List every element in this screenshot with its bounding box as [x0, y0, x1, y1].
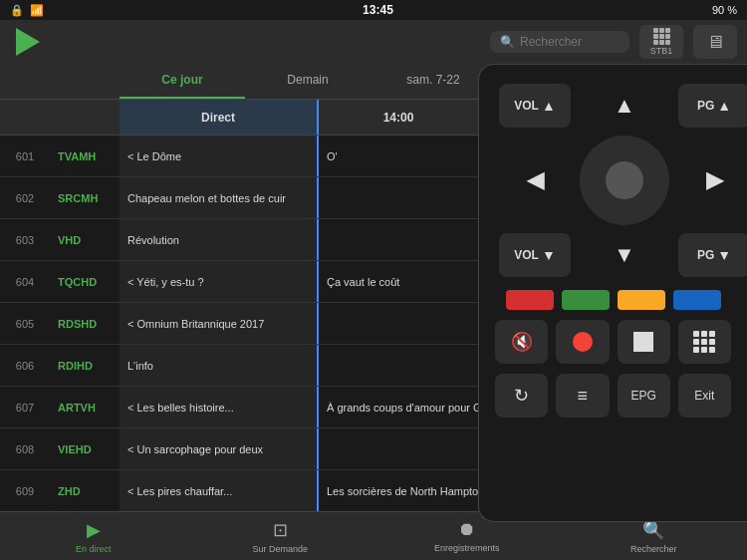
channel-14-program: [319, 219, 478, 260]
dpad-inner: [606, 161, 643, 199]
tab-recordings[interactable]: ⏺ Enregistrements: [374, 519, 561, 553]
channel-name: TVAMH: [50, 136, 120, 176]
vol-down-button[interactable]: VOL ▼: [499, 233, 571, 277]
menu-icon: ≡: [578, 386, 589, 407]
channel-14-program: [319, 177, 478, 218]
hdr-t14: 14:00: [319, 100, 478, 135]
channel-direct-program: < Yéti, y es-tu ?: [120, 261, 319, 302]
search-box[interactable]: 🔍: [490, 31, 629, 53]
status-right: 90 %: [712, 4, 737, 16]
keypad-button[interactable]: [678, 320, 731, 364]
channel-direct-program: < Un sarcophage pour deux: [120, 428, 319, 469]
green-button[interactable]: [562, 290, 610, 310]
vod-icon: ⊡: [273, 519, 288, 541]
keypad-icon: [693, 331, 715, 353]
mute-icon: 🔇: [511, 331, 533, 353]
stb-button[interactable]: STB1: [639, 25, 683, 59]
channel-name: RDSHD: [50, 303, 120, 344]
direct-label: En direct: [76, 544, 112, 554]
day-tab-tomorrow[interactable]: Demain: [245, 64, 371, 99]
menu-button[interactable]: ≡: [556, 374, 609, 418]
pg-up-arrow: ▲: [717, 98, 731, 114]
day-tab-spacer: [0, 64, 120, 99]
channel-14-program: [319, 345, 478, 386]
up-arrow-icon: ▲: [614, 93, 635, 119]
channel-direct-program: L'info: [120, 345, 319, 386]
yellow-button[interactable]: [618, 290, 665, 310]
refresh-button[interactable]: ↻: [495, 374, 548, 418]
status-bar: 🔒 📶 13:45 90 %: [0, 0, 747, 20]
exit-button[interactable]: Exit: [678, 374, 731, 418]
channel-name: ARTVH: [50, 387, 120, 427]
func-buttons-row: ↻ ≡ EPG Exit: [495, 374, 731, 418]
dpad-center[interactable]: [580, 136, 669, 225]
vol-down-arrow: ▼: [542, 247, 556, 263]
channel-name: SRCMH: [50, 177, 120, 218]
vol-up-button[interactable]: VOL ▲: [499, 84, 571, 128]
channel-14-program: [319, 303, 478, 344]
channel-number: 601: [0, 136, 50, 176]
right-button[interactable]: ▶: [689, 158, 739, 202]
refresh-icon: ↻: [514, 385, 529, 407]
channel-number: 608: [0, 428, 50, 469]
stb-label: STB1: [650, 46, 673, 56]
day-tab-today[interactable]: Ce jour: [120, 64, 245, 99]
mute-button[interactable]: 🔇: [495, 320, 548, 364]
channel-name: ZHD: [50, 470, 120, 511]
pg-down-arrow: ▼: [717, 247, 731, 263]
channel-direct-program: < Les belles histoire...: [120, 387, 319, 427]
channel-number: 607: [0, 387, 50, 427]
vod-label: Sur Demande: [252, 544, 308, 554]
channel-number: 604: [0, 261, 50, 302]
top-bar: 🔍 STB1 🖥: [0, 20, 747, 64]
app-logo: [10, 24, 46, 60]
search-label: Rechercher: [630, 544, 677, 554]
vol-down-label: VOL: [514, 248, 539, 262]
monitor-button[interactable]: 🖥: [693, 25, 737, 59]
exit-label: Exit: [694, 389, 714, 403]
epg-button[interactable]: EPG: [618, 374, 670, 418]
pg-up-button[interactable]: PG ▲: [678, 84, 747, 128]
channel-number: 606: [0, 345, 50, 386]
red-button[interactable]: [506, 290, 554, 310]
record-button[interactable]: [556, 320, 609, 364]
channel-14-program: Les sorcières de North Hampton: [319, 470, 478, 511]
channel-number: 605: [0, 303, 50, 344]
status-time: 13:45: [363, 3, 393, 17]
channel-number: 609: [0, 470, 50, 511]
stop-icon: [633, 332, 653, 352]
channel-name: RDIHD: [50, 345, 120, 386]
lock-icon: 🔒: [10, 4, 24, 17]
channel-direct-program: < Les pires chauffar...: [120, 470, 319, 511]
channel-14-program: À grands coups d'amour pour Gerry: 25 a: [319, 387, 478, 427]
down-button[interactable]: ▼: [600, 233, 649, 277]
hdr-name: [50, 100, 120, 135]
tab-vod[interactable]: ⊡ Sur Demande: [187, 519, 374, 554]
right-arrow-icon: ▶: [706, 167, 723, 193]
up-button[interactable]: ▲: [600, 84, 649, 128]
channel-14-program: [319, 428, 478, 469]
pg-down-button[interactable]: PG ▼: [678, 233, 747, 277]
channel-name: VHD: [50, 219, 120, 260]
search-input[interactable]: [520, 35, 620, 49]
tab-direct[interactable]: ▶ En direct: [0, 519, 187, 554]
channel-name: VIEHD: [50, 428, 120, 469]
channel-name: TQCHD: [50, 261, 120, 302]
hdr-num: [0, 100, 50, 135]
wifi-icon: 📶: [30, 4, 44, 17]
blue-button[interactable]: [673, 290, 721, 310]
channel-14-program: Ça vaut le coût: [319, 261, 478, 302]
tab-search[interactable]: 🔍 Rechercher: [561, 519, 748, 554]
recordings-icon: ⏺: [458, 519, 476, 540]
left-button[interactable]: ◀: [510, 158, 560, 202]
left-arrow-icon: ◀: [527, 167, 544, 193]
pg-down-label: PG: [697, 248, 714, 262]
stb-grid-icon: [653, 28, 670, 45]
channel-direct-program: < Le Dôme: [120, 136, 319, 176]
channel-direct-program: Révolution: [120, 219, 319, 260]
logo-triangle: [16, 28, 40, 56]
pg-up-label: PG: [697, 99, 714, 113]
channel-direct-program: < Omnium Britannique 2017: [120, 303, 319, 344]
stop-button[interactable]: [618, 320, 670, 364]
channel-number: 603: [0, 219, 50, 260]
